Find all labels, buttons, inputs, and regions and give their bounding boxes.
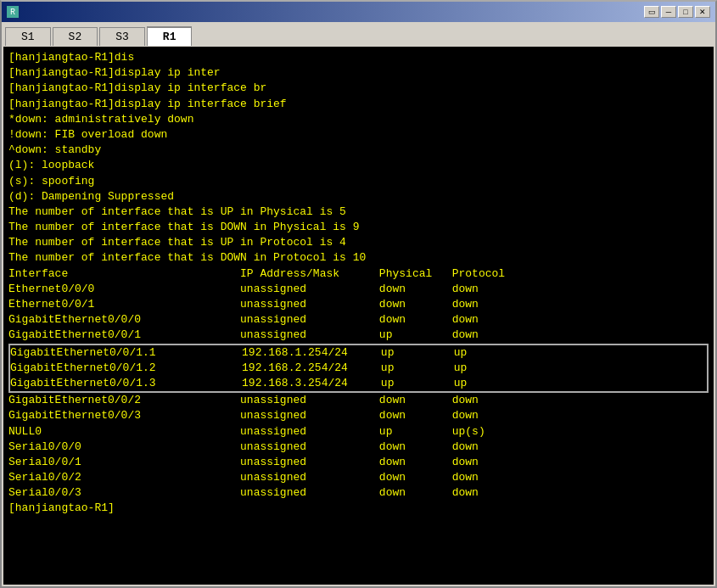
terminal-line: [hanjiangtao-R1]display ip inter bbox=[8, 65, 709, 81]
table-row: GigabitEthernet0/0/2 unassigned down dow… bbox=[8, 393, 709, 408]
terminal[interactable]: [hanjiangtao-R1]dis[hanjiangtao-R1]displ… bbox=[3, 47, 714, 585]
restore-button[interactable]: ▭ bbox=[644, 6, 659, 18]
table-row: GigabitEthernet0/0/1 unassigned up down bbox=[8, 328, 709, 343]
table-row-boxed: GigabitEthernet0/0/1.3 192.168.3.254/24 … bbox=[10, 376, 707, 391]
table-row: Serial0/0/3 unassigned down down bbox=[8, 485, 709, 501]
terminal-line: (d): Dampening Suppressed bbox=[8, 189, 709, 204]
terminal-line: ^down: standby bbox=[8, 143, 709, 158]
table-row: Ethernet0/0/1 unassigned down down bbox=[8, 297, 709, 312]
table-row: Ethernet0/0/0 unassigned down down bbox=[8, 282, 709, 297]
tab-s1[interactable]: S1 bbox=[5, 27, 51, 46]
table-row-boxed: GigabitEthernet0/0/1.1 192.168.1.254/24 … bbox=[10, 345, 707, 361]
title-buttons: ▭ ─ □ ✕ bbox=[644, 6, 710, 18]
terminal-line: [hanjiangtao-R1]display ip interface br bbox=[8, 81, 709, 96]
terminal-line: The number of interface that is UP in Ph… bbox=[8, 204, 709, 220]
table-row: GigabitEthernet0/0/0 unassigned down dow… bbox=[8, 312, 709, 328]
terminal-line: *down: administratively down bbox=[8, 112, 709, 127]
table-header: Interface IP Address/Mask Physical Proto… bbox=[8, 266, 709, 282]
terminal-line: [hanjiangtao-R1]dis bbox=[8, 50, 709, 65]
title-bar: R ▭ ─ □ ✕ bbox=[2, 2, 715, 22]
tab-s2[interactable]: S2 bbox=[53, 27, 98, 46]
terminal-line: The number of interface that is DOWN in … bbox=[8, 250, 709, 266]
table-row: Serial0/0/0 unassigned down down bbox=[8, 440, 709, 455]
tabs-bar: S1 S2 S3 R1 bbox=[2, 22, 715, 45]
terminal-line: The number of interface that is UP in Pr… bbox=[8, 235, 709, 250]
tab-s3[interactable]: S3 bbox=[99, 27, 145, 46]
table-row: GigabitEthernet0/0/3 unassigned down dow… bbox=[8, 408, 709, 423]
boxed-interface-group: GigabitEthernet0/0/1.1 192.168.1.254/24 … bbox=[8, 344, 709, 394]
terminal-line: (s): spoofing bbox=[8, 174, 709, 189]
main-window: R ▭ ─ □ ✕ S1 S2 S3 R1 [hanjiangtao-R1]di… bbox=[0, 0, 717, 588]
table-row-boxed: GigabitEthernet0/0/1.2 192.168.2.254/24 … bbox=[10, 361, 707, 376]
terminal-footer: [hanjiangtao-R1] bbox=[8, 501, 709, 516]
minimize-button[interactable]: ─ bbox=[661, 6, 676, 18]
table-row: NULL0 unassigned up up(s) bbox=[8, 424, 709, 440]
app-icon: R bbox=[7, 6, 19, 18]
terminal-line: [hanjiangtao-R1]display ip interface bri… bbox=[8, 97, 709, 112]
table-row: Serial0/0/1 unassigned down down bbox=[8, 455, 709, 470]
terminal-line: !down: FIB overload down bbox=[8, 127, 709, 143]
table-row: Serial0/0/2 unassigned down down bbox=[8, 470, 709, 485]
maximize-button[interactable]: □ bbox=[678, 6, 693, 18]
tab-r1[interactable]: R1 bbox=[147, 26, 193, 46]
terminal-line: The number of interface that is DOWN in … bbox=[8, 220, 709, 235]
terminal-line: (l): loopback bbox=[8, 158, 709, 173]
terminal-wrapper: [hanjiangtao-R1]dis[hanjiangtao-R1]displ… bbox=[2, 45, 715, 586]
close-button[interactable]: ✕ bbox=[695, 6, 710, 18]
title-bar-left: R bbox=[7, 6, 22, 18]
